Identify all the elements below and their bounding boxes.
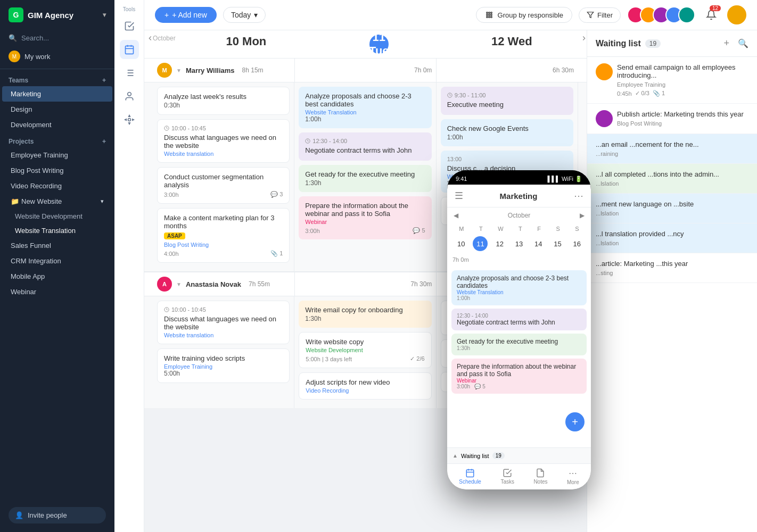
svg-rect-26: [466, 470, 474, 477]
agency-dropdown-icon[interactable]: ▾: [103, 11, 106, 19]
mobile-task-1[interactable]: Analyze proposals and choose 2-3 best ca…: [451, 270, 587, 305]
task-adjust-scripts[interactable]: Adjust scripts for new video Video Recor…: [299, 372, 431, 400]
projects-add-icon[interactable]: +: [102, 138, 106, 145]
user-avatar[interactable]: [727, 5, 746, 24]
mobile-nav-notes[interactable]: Notes: [533, 468, 547, 485]
mobile-date-10[interactable]: 10: [454, 236, 468, 251]
mobile-menu-icon[interactable]: ☰: [455, 190, 463, 202]
group-by-button[interactable]: Group by responsible: [476, 7, 573, 23]
task-google-events[interactable]: Check new Google Events 1:00h: [441, 119, 573, 146]
waiting-add-icon[interactable]: +: [723, 38, 729, 49]
calendar-tool[interactable]: [120, 40, 139, 59]
person-tool[interactable]: [120, 87, 139, 106]
marry-collapse[interactable]: ▼: [176, 68, 182, 73]
mobile-nav-more[interactable]: ⋯ More: [567, 468, 579, 485]
task-customer-segmentation[interactable]: Conduct customer segmentation analysis 3…: [157, 167, 290, 204]
sidebar-item-design[interactable]: Design: [2, 102, 112, 117]
mobile-waiting-expand-icon[interactable]: ▲: [452, 453, 458, 459]
mobile-next-month[interactable]: ▶: [580, 212, 585, 219]
sidebar-search[interactable]: 🔍 Search...: [0, 30, 114, 46]
notification-button[interactable]: 12: [702, 5, 721, 24]
mobile-time: 9:41: [456, 176, 467, 182]
add-new-button[interactable]: + + Add new: [155, 7, 217, 23]
mobile-task-2[interactable]: 12:30 - 14:00 Negotiate contract terms w…: [451, 309, 587, 330]
day-num-tue: 11 Tue: [369, 35, 389, 54]
marry-hours-mon: 8h 15m: [242, 66, 264, 74]
sidebar-mywork[interactable]: M My work: [0, 46, 114, 66]
sidebar-item-marketing[interactable]: Marketing: [2, 86, 112, 102]
waiting-list-panel: Waiting list 19 + 🔍 Send email campaign …: [587, 30, 757, 532]
task-content-plan[interactable]: Make a content marketing plan for 3 mont…: [157, 208, 290, 263]
waiting-item-7[interactable]: ...article: Marketing ...this year ...st…: [587, 253, 757, 283]
settings-tool[interactable]: [120, 110, 139, 129]
sidebar-item-blog-post-writing[interactable]: Blog Post Writing: [2, 163, 112, 178]
today-button[interactable]: Today ▾: [223, 7, 266, 23]
sidebar-item-mobile-app[interactable]: Mobile App: [2, 269, 112, 284]
mobile-date-13[interactable]: 13: [512, 236, 526, 251]
plus-icon: +: [164, 11, 169, 19]
mobile-prev-month[interactable]: ◀: [454, 212, 458, 219]
sidebar-item-crm-integration[interactable]: CRM Integration: [2, 253, 112, 269]
sidebar-item-employee-training[interactable]: Employee Training: [2, 147, 112, 163]
logo-icon: G: [9, 7, 23, 22]
task-negotiate-contract[interactable]: 12:30 - 14:00 Negotiate contract terms w…: [299, 132, 431, 161]
anastasia-collapse[interactable]: ▼: [176, 281, 182, 287]
month-label: October: [153, 30, 180, 58]
mobile-waiting-section[interactable]: ▲ Waiting list 19: [447, 447, 591, 463]
waiting-item-5[interactable]: ...ment new language on ...bsite ...lsla…: [587, 194, 757, 223]
sidebar-item-video-recording[interactable]: Video Recording: [2, 178, 112, 194]
sidebar-item-new-website[interactable]: 📁 New Website ▾: [2, 194, 112, 209]
svg-point-17: [490, 16, 492, 18]
tools-column: Tools: [114, 0, 144, 532]
sidebar-item-website-translation[interactable]: Website Translation: [0, 223, 114, 238]
avatar-group[interactable]: [627, 6, 695, 23]
sidebar-logo[interactable]: G GIM Agency ▾: [0, 0, 114, 30]
task-analyze-proposals[interactable]: Analyze proposals and choose 2-3 best ca…: [299, 87, 431, 128]
svg-point-12: [486, 12, 488, 14]
svg-point-16: [490, 14, 492, 16]
task-analyze-results[interactable]: Analyze last week's results 0:30h: [157, 87, 290, 115]
mobile-task-3[interactable]: Get ready for the executive meeting 1:30…: [451, 334, 587, 355]
next-day-button[interactable]: [578, 30, 587, 58]
mobile-task-4[interactable]: Prepare the information about the webina…: [451, 359, 587, 394]
sidebar-item-development[interactable]: Development: [2, 117, 112, 132]
task-executive-meeting-prep[interactable]: Get ready for the executive meeting 1:30…: [299, 165, 431, 192]
task-executive-meeting[interactable]: 9:30 - 11:00 Executive meeting: [441, 87, 573, 115]
svg-point-11: [128, 119, 130, 121]
mobile-nav-tasks[interactable]: Tasks: [500, 468, 514, 485]
waiting-item-3[interactable]: ...an email ...ncement for the ne... ...…: [587, 134, 757, 164]
task-webinar-info[interactable]: Prepare the information about the webina…: [299, 196, 431, 239]
invite-people-button[interactable]: 👤 Invite people: [9, 507, 106, 523]
prev-day-button[interactable]: [144, 30, 153, 58]
filter-button[interactable]: Filter: [579, 7, 621, 23]
new-website-chevron[interactable]: ▾: [101, 198, 104, 205]
waiting-search-icon[interactable]: 🔍: [738, 38, 748, 48]
task-training-scripts[interactable]: Write training video scripts Employee Tr…: [157, 348, 290, 383]
waiting-item-4[interactable]: ...l all completed ...tions into the adm…: [587, 164, 757, 194]
teams-section-header: Teams +: [0, 71, 114, 86]
waiting-item-6[interactable]: ...l translation provided ...ncy ...lsla…: [587, 223, 757, 253]
folder-icon: 📁: [11, 197, 19, 205]
mobile-date-15[interactable]: 15: [550, 236, 565, 251]
mobile-app-header: ☰ Marketing ⋯: [447, 185, 591, 207]
waiting-item-2[interactable]: Publish article: Marketing trends this y…: [587, 104, 757, 134]
mobile-date-16[interactable]: 16: [570, 236, 585, 251]
task-onboarding-email[interactable]: Write email copy for onboarding 1:30h: [299, 301, 431, 328]
task-anastasia-discuss-languages[interactable]: 10:00 - 10:45 Discuss what languages we …: [157, 301, 290, 344]
sidebar-item-webinar[interactable]: Webinar: [2, 284, 112, 300]
mobile-date-11[interactable]: 11: [473, 236, 488, 251]
task-website-copy[interactable]: Write website copy Website Development 5…: [299, 332, 431, 368]
mobile-nav-schedule[interactable]: Schedule: [459, 468, 481, 485]
sidebar-item-website-development[interactable]: Website Development: [0, 209, 114, 223]
check-tool[interactable]: [120, 16, 139, 36]
mobile-more-icon[interactable]: ⋯: [574, 190, 583, 202]
mobile-fab-button[interactable]: +: [565, 412, 585, 431]
mobile-date-14[interactable]: 14: [531, 236, 546, 251]
list-tool[interactable]: [120, 63, 139, 82]
task-discuss-languages[interactable]: 10:00 - 10:45 Discuss what languages we …: [157, 119, 290, 163]
sidebar-item-sales-funnel[interactable]: Sales Funnel: [2, 238, 112, 253]
mobile-date-12[interactable]: 12: [492, 236, 507, 251]
teams-add-icon[interactable]: +: [102, 77, 106, 84]
day-header-wed: 12 Wed: [446, 30, 578, 58]
waiting-item-1[interactable]: Send email campaign to all employees int…: [587, 57, 757, 104]
